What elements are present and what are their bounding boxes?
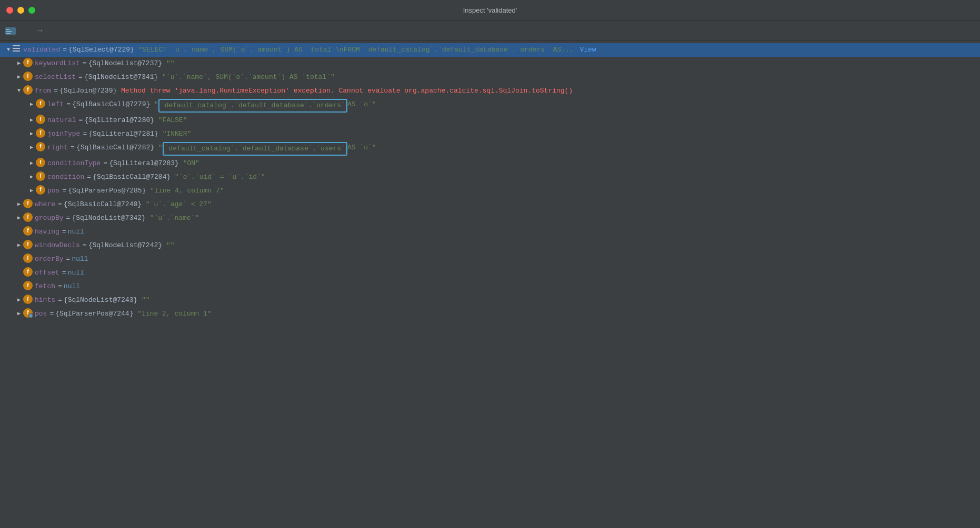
expander-windowDecls[interactable]: ▶ (15, 240, 23, 251)
expander-pos-inner[interactable]: ▶ (27, 185, 36, 197)
field-icon-where: f (23, 199, 33, 208)
list-item[interactable]: ▶ f joinType = {SqlLiteral@7281} "INNER" (0, 127, 980, 141)
field-icon-keywordList: f (23, 58, 33, 67)
list-item[interactable]: ▶ f windowDecls = {SqlNodeList@7242} "" (0, 239, 980, 252)
field-icon-conditionType: f (36, 158, 45, 167)
root-type: {SqlSelect@7229} (68, 44, 134, 56)
field-icon-from: f (23, 85, 33, 95)
field-icon-pos-inner: f (36, 185, 45, 195)
svg-rect-1 (6, 29, 9, 30)
field-icon-joinType: f (36, 128, 45, 138)
expander-groupBy[interactable]: ▶ (15, 212, 23, 224)
expander-keywordList[interactable]: ▶ (15, 58, 23, 69)
inspector-icon (4, 25, 17, 37)
expander-where[interactable]: ▶ (15, 199, 23, 210)
key-offset: offset (35, 267, 59, 279)
field-icon-right: f (36, 142, 45, 151)
list-item[interactable]: ▶ f keywordList = {SqlNodeList@7237} "" (0, 57, 980, 70)
field-icon-condition: f (36, 171, 45, 181)
list-item[interactable]: f offset = null (0, 266, 980, 280)
field-icon-having: f (23, 226, 33, 236)
key-natural: natural (47, 115, 76, 126)
list-item[interactable]: f fetch = null (0, 280, 980, 293)
maximize-button[interactable] (28, 7, 35, 14)
list-item[interactable]: ▶ f hints = {SqlNodeList@7243} "" (0, 293, 980, 307)
expander-pos-outer[interactable]: ▶ (15, 308, 23, 320)
list-item[interactable]: ▶ f natural = {SqlLiteral@7280} "FALSE" (0, 114, 980, 127)
root-key: validated (23, 44, 60, 56)
field-icon-hints: f (23, 295, 33, 304)
list-item[interactable]: ▶ f pos = {SqlParserPos@7285} "line 4, c… (0, 184, 980, 198)
expander-conditionType[interactable]: ▶ (27, 158, 36, 169)
forward-button[interactable]: → (34, 25, 46, 37)
close-button[interactable] (6, 7, 13, 14)
key-fetch: fetch (35, 281, 55, 292)
field-icon-orderBy: f (23, 253, 33, 263)
root-value-preview: "SELECT `u`.`name`, SUM(`o`.`amount`) AS… (138, 44, 574, 56)
key-condition: condition (47, 171, 84, 183)
key-from: from (35, 85, 51, 97)
from-error: Method threw 'java.lang.RuntimeException… (117, 85, 573, 97)
hamburger-icon (13, 44, 21, 53)
list-item[interactable]: ▶ f pos = {SqlParserPos@7244} "line 2, c… (0, 307, 980, 321)
list-item[interactable]: ▶ f conditionType = {SqlLiteral@7283} "O… (0, 157, 980, 170)
root-expander[interactable]: ▼ (4, 44, 13, 56)
field-icon-natural: f (36, 115, 45, 124)
title-bar: Inspect 'validated' (0, 0, 980, 21)
expander-natural[interactable]: ▶ (27, 115, 36, 126)
list-item[interactable]: ▶ f right = {SqlBasicCall@7282} "`defaul… (0, 141, 980, 157)
key-joinType: joinType (47, 128, 80, 140)
list-item[interactable]: ▼ f from = {SqlJoin@7239} Method threw '… (0, 84, 980, 98)
window-controls (6, 7, 35, 14)
key-orderBy: orderBy (35, 253, 64, 265)
key-windowDecls: windowDecls (35, 240, 80, 251)
window-title: Inspect 'validated' (463, 6, 517, 14)
key-groupBy: groupBy (35, 212, 64, 224)
list-item[interactable]: ▶ f selectList = {SqlNodeList@7341} "`u`… (0, 70, 980, 84)
list-item[interactable]: ▶ f where = {SqlBasicCall@7240} "`u`.`ag… (0, 198, 980, 211)
list-item[interactable]: f having = null (0, 225, 980, 239)
field-icon-pos-outer: f (23, 308, 33, 318)
list-item[interactable]: f orderBy = null (0, 252, 980, 266)
key-hints: hints (35, 295, 55, 306)
toolbar: ← → (0, 21, 980, 41)
key-left: left (47, 99, 64, 110)
root-item[interactable]: ▼ validated = {SqlSelect@7229} "SELECT `… (0, 43, 980, 57)
expander-right[interactable]: ▶ (27, 142, 36, 154)
view-link[interactable]: View (579, 44, 596, 56)
expander-left[interactable]: ▶ (27, 99, 36, 110)
key-having: having (35, 226, 59, 238)
svg-rect-3 (6, 33, 11, 34)
minimize-button[interactable] (17, 7, 24, 14)
expander-condition[interactable]: ▶ (27, 171, 36, 183)
list-item[interactable]: ▶ f groupBy = {SqlNodeList@7342} "`u`.`n… (0, 211, 980, 225)
back-button[interactable]: ← (19, 25, 32, 37)
field-icon-offset: f (23, 267, 33, 277)
field-icon-groupBy: f (23, 212, 33, 222)
svg-rect-2 (6, 31, 12, 32)
field-icon-windowDecls: f (23, 240, 33, 249)
field-icon-fetch: f (23, 281, 33, 290)
key-keywordList: keywordList (35, 58, 80, 69)
inspect-tree: ▼ validated = {SqlSelect@7229} "SELECT `… (0, 41, 980, 528)
key-where: where (35, 199, 55, 210)
expander-from[interactable]: ▼ (15, 85, 23, 97)
list-item[interactable]: ▶ f condition = {SqlBasicCall@7284} "`o`… (0, 170, 980, 184)
key-selectList: selectList (35, 72, 76, 83)
expander-joinType[interactable]: ▶ (27, 128, 36, 140)
key-pos-inner: pos (47, 185, 59, 197)
left-value-highlight: `default_catalog`.`default_database`.`or… (158, 99, 347, 113)
expander-selectList[interactable]: ▶ (15, 72, 23, 83)
key-pos-outer: pos (35, 308, 47, 320)
right-value-highlight: `default_catalog`.`default_database`.`us… (163, 142, 347, 156)
key-right: right (47, 142, 68, 154)
field-icon-selectList: f (23, 72, 33, 81)
expander-hints[interactable]: ▶ (15, 295, 23, 306)
key-conditionType: conditionType (47, 158, 101, 169)
list-item[interactable]: ▶ f left = {SqlBasicCall@7279} "`default… (0, 98, 980, 114)
field-icon-left: f (36, 99, 45, 108)
